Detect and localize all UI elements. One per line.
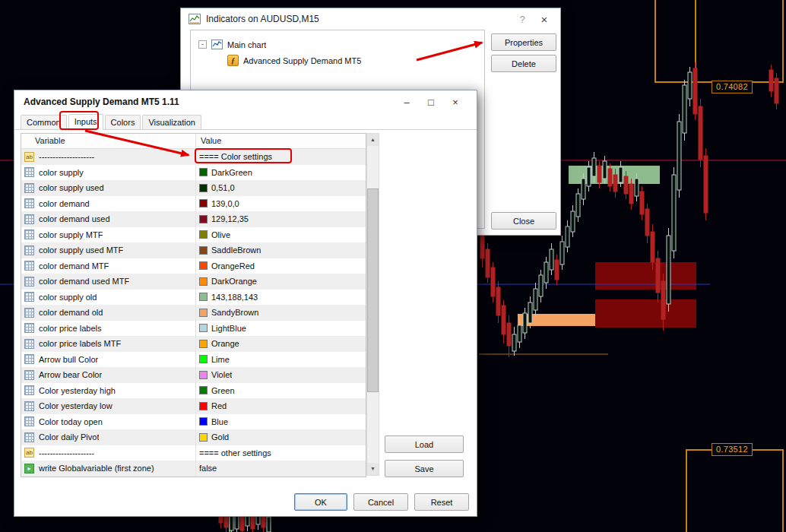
maximize-icon[interactable]: □ bbox=[419, 97, 443, 108]
color-swatch bbox=[199, 324, 208, 332]
table-row[interactable]: Color yesterday highGreen bbox=[21, 383, 366, 399]
table-row[interactable]: color demand used MTFDarkOrange bbox=[21, 274, 366, 290]
candle-body bbox=[550, 249, 553, 270]
param-type-color-icon bbox=[24, 167, 34, 177]
load-button[interactable]: Load bbox=[385, 435, 464, 453]
delete-button[interactable]: Delete bbox=[491, 55, 556, 72]
tab-visualization[interactable]: Visualization bbox=[142, 115, 201, 129]
value-cell[interactable]: SandyBrown bbox=[196, 305, 366, 321]
color-swatch bbox=[199, 293, 208, 301]
close-icon[interactable]: × bbox=[443, 97, 467, 108]
close-button[interactable]: Close bbox=[491, 212, 556, 230]
table-row[interactable]: color supply used MTFSaddleBrown bbox=[21, 242, 366, 258]
variable-name: Color today open bbox=[39, 417, 103, 426]
value-cell[interactable]: Red bbox=[196, 398, 366, 414]
value-cell[interactable]: 129,12,35 bbox=[196, 211, 366, 227]
variable-name: color demand MTF bbox=[39, 261, 109, 271]
value-cell[interactable]: Olive bbox=[196, 227, 366, 243]
value-text: Red bbox=[211, 401, 227, 410]
save-button[interactable]: Save bbox=[385, 460, 464, 477]
value-cell[interactable]: Orange bbox=[196, 336, 366, 352]
help-icon[interactable]: ? bbox=[514, 14, 531, 25]
value-cell[interactable]: Gold bbox=[196, 429, 366, 445]
value-cell[interactable]: DarkGreen bbox=[196, 165, 366, 181]
value-text: Orange bbox=[211, 339, 239, 348]
variable-name: -------------------- bbox=[39, 448, 94, 458]
reset-button[interactable]: Reset bbox=[414, 493, 469, 511]
table-row[interactable]: Color daily PivotGold bbox=[21, 429, 366, 445]
table-row[interactable]: ab--------------------==== Color setting… bbox=[21, 149, 366, 165]
minimize-icon[interactable]: – bbox=[395, 97, 419, 108]
value-cell[interactable]: Green bbox=[196, 383, 366, 399]
properties-button[interactable]: Properties bbox=[491, 33, 556, 51]
variable-cell: color supply MTF bbox=[21, 227, 196, 243]
table-row[interactable]: color demand oldSandyBrown bbox=[21, 305, 366, 321]
color-swatch bbox=[199, 355, 208, 363]
variable-cell: ab-------------------- bbox=[21, 149, 196, 165]
variable-name: color demand old bbox=[39, 308, 103, 317]
ok-button[interactable]: OK bbox=[294, 493, 347, 511]
table-row[interactable]: Color today openBlue bbox=[21, 414, 366, 430]
value-cell[interactable]: SaddleBrown bbox=[196, 242, 366, 258]
table-row[interactable]: color supplyDarkGreen bbox=[21, 165, 366, 181]
variable-name: write Globalvariable (first zone) bbox=[39, 464, 154, 473]
tab-colors[interactable]: Colors bbox=[105, 115, 141, 129]
value-cell[interactable]: ==== Color settings bbox=[196, 149, 366, 165]
mt5-screen: 0.74082 0.73512 Indicators on AUDUSD,M15… bbox=[0, 0, 786, 532]
column-header-value[interactable]: Value bbox=[196, 134, 366, 148]
param-type-color-icon bbox=[24, 323, 34, 333]
table-row[interactable]: color supply used0,51,0 bbox=[21, 180, 366, 196]
indicators-dialog-titlebar[interactable]: Indicators on AUDUSD,M15 ? × bbox=[181, 8, 560, 30]
table-row[interactable]: color demand139,0,0 bbox=[21, 196, 366, 212]
cancel-button[interactable]: Cancel bbox=[353, 493, 408, 511]
value-cell[interactable]: Blue bbox=[196, 414, 366, 430]
param-type-color-icon bbox=[24, 230, 34, 239]
value-cell[interactable]: 139,0,0 bbox=[196, 196, 366, 212]
value-cell[interactable]: 143,188,143 bbox=[196, 290, 366, 306]
table-row[interactable]: color demand used129,12,35 bbox=[21, 211, 366, 227]
candle-body bbox=[560, 242, 564, 264]
param-type-string-icon: ab bbox=[24, 152, 34, 162]
properties-dialog-titlebar[interactable]: Advanced Supply Demand MT5 1.11 – □ × bbox=[14, 90, 477, 113]
color-swatch bbox=[199, 215, 208, 223]
table-row[interactable]: Arrow bear ColorViolet bbox=[21, 367, 366, 383]
tree-item-main-chart[interactable]: - Main chart bbox=[191, 36, 484, 52]
value-cell[interactable]: 0,51,0 bbox=[196, 180, 366, 196]
scrollbar-thumb[interactable] bbox=[367, 188, 379, 392]
variable-name: color supply used bbox=[39, 183, 104, 192]
table-row[interactable]: Color yesterday lowRed bbox=[21, 398, 366, 414]
table-row[interactable]: Arrow bull ColorLime bbox=[21, 352, 366, 368]
tree-label-main-chart: Main chart bbox=[227, 40, 266, 49]
candle-body bbox=[683, 85, 686, 133]
column-header-variable[interactable]: Variable bbox=[21, 134, 196, 148]
tab-inputs[interactable]: Inputs bbox=[68, 114, 103, 130]
table-scrollbar[interactable]: ▲ ▼ bbox=[366, 133, 379, 476]
scroll-down-icon[interactable]: ▼ bbox=[367, 463, 379, 475]
table-row[interactable]: color supply old143,188,143 bbox=[21, 290, 366, 306]
candle-body bbox=[507, 323, 511, 346]
table-row[interactable]: color supply MTFOlive bbox=[21, 227, 366, 243]
collapse-icon[interactable]: - bbox=[198, 40, 207, 49]
color-swatch bbox=[199, 277, 208, 286]
value-cell[interactable]: LightBlue bbox=[196, 321, 366, 337]
table-row[interactable]: color price labels MTFOrange bbox=[21, 336, 366, 352]
scroll-up-icon[interactable]: ▲ bbox=[367, 134, 379, 146]
value-cell[interactable]: ==== other settings bbox=[196, 445, 366, 461]
table-row[interactable]: color demand MTFOrangeRed bbox=[21, 258, 366, 274]
tree-item-indicator[interactable]: ƒ Advanced Supply Demand MT5 bbox=[191, 52, 484, 68]
value-cell[interactable]: Lime bbox=[196, 352, 366, 368]
table-row[interactable]: ▸write Globalvariable (first zone)false bbox=[21, 461, 366, 477]
candle-body bbox=[518, 325, 521, 342]
value-text: SandyBrown bbox=[211, 308, 258, 317]
table-row[interactable]: color price labelsLightBlue bbox=[21, 321, 366, 337]
tab-common[interactable]: Common bbox=[21, 115, 67, 129]
close-icon[interactable]: × bbox=[536, 13, 553, 26]
table-body: ab--------------------==== Color setting… bbox=[21, 149, 366, 477]
param-type-color-icon bbox=[24, 261, 34, 271]
value-cell[interactable]: DarkOrange bbox=[196, 274, 366, 290]
table-row[interactable]: ab--------------------==== other setting… bbox=[21, 445, 366, 461]
value-cell[interactable]: false bbox=[196, 461, 366, 477]
value-cell[interactable]: OrangeRed bbox=[196, 258, 366, 274]
candle-body bbox=[240, 515, 244, 530]
value-cell[interactable]: Violet bbox=[196, 367, 366, 383]
